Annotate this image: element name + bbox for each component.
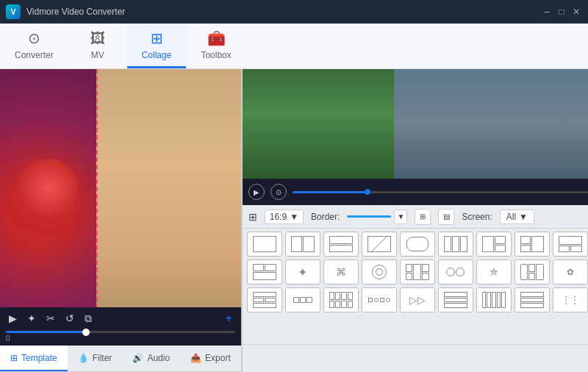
close-button[interactable]: ✕ <box>570 7 582 17</box>
right-controls: ▶ ⊙ 00:00:01.21/00:00:44.05 🔊 <box>243 179 588 205</box>
right-progress-bar[interactable] <box>293 191 588 193</box>
template-cell-r3-9[interactable]: ⋮⋮ <box>553 287 588 312</box>
template-cell-3hmix[interactable] <box>553 232 588 257</box>
tab-template-label: Template <box>21 353 57 363</box>
nav-collage[interactable]: ⊞ Collage <box>127 24 187 68</box>
ratio-icon: ⊞ <box>248 211 257 223</box>
template-cell-r3-5[interactable]: ▷▷ <box>400 287 435 312</box>
template-cell-r2-4[interactable] <box>362 260 397 285</box>
top-nav: ⊙ Converter 🖼 MV ⊞ Collage 🧰 Toolbox <box>0 24 588 69</box>
ratio-chevron: ▼ <box>290 212 298 222</box>
template-row-2: ✦ ⌘ <box>247 260 588 285</box>
template-cell-r3-6[interactable] <box>438 287 473 312</box>
scissors-button[interactable]: ✂ <box>43 311 58 326</box>
progress-fill <box>6 331 86 333</box>
face-visual <box>96 69 241 307</box>
template-cell-r2-1[interactable] <box>247 260 282 285</box>
border-line-preview <box>347 215 391 218</box>
cake-visual <box>0 69 96 307</box>
nav-toolbox[interactable]: 🧰 Toolbox <box>186 24 245 68</box>
pattern-button-2[interactable]: ▤ <box>438 209 454 225</box>
cake-circle <box>19 159 78 218</box>
template-cell-r2-7[interactable]: ⛤ <box>476 260 512 285</box>
maximize-button[interactable]: □ <box>556 7 567 17</box>
right-stop-button[interactable]: ⊙ <box>270 184 287 200</box>
template-cell-2v[interactable] <box>285 232 320 257</box>
template-cell-3mix1[interactable] <box>476 232 512 257</box>
template-cell-r2-8[interactable] <box>514 260 550 285</box>
undo-button[interactable]: ↺ <box>62 311 77 326</box>
video-clip-cake <box>0 69 96 307</box>
export-tab-icon: 📤 <box>190 353 201 363</box>
app-wrapper: V Vidmore Video Converter ─ □ ✕ ⊙ Conver… <box>0 0 588 372</box>
template-cell-r2-5[interactable] <box>400 260 435 285</box>
play-button[interactable]: ▶ <box>6 311 20 326</box>
minimize-button[interactable]: ─ <box>541 7 553 17</box>
template-cell-r3-8[interactable] <box>514 287 550 312</box>
template-grid-area: ♡♡ ✦ ⌘ <box>243 229 588 344</box>
screen-value: All <box>506 212 516 222</box>
nav-collage-label: Collage <box>142 50 172 60</box>
template-cell-r3-2[interactable] <box>285 287 320 312</box>
mv-icon: 🖼 <box>90 30 105 47</box>
screen-label: Screen: <box>462 212 492 222</box>
template-icon: ⊞ <box>10 353 18 363</box>
template-cell-3v[interactable] <box>438 232 473 257</box>
screen-dropdown[interactable]: All ▼ <box>500 210 534 224</box>
filter-icon: 💧 <box>78 353 89 363</box>
add-clip-button[interactable]: + <box>222 310 234 326</box>
audio-icon: 🔊 <box>132 353 143 363</box>
copy-button[interactable]: ⧉ <box>82 311 95 326</box>
video-controls: ▶ ✦ ✂ ↺ ⧉ + 0 <box>0 307 241 346</box>
toolbox-icon: 🧰 <box>207 29 226 47</box>
template-cell-single[interactable] <box>247 232 282 257</box>
template-cell-r3-1[interactable] <box>247 287 282 312</box>
tab-audio[interactable]: 🔊 Audio <box>122 346 180 371</box>
tab-filter-label: Filter <box>93 353 112 363</box>
star-button[interactable]: ✦ <box>24 311 39 326</box>
converter-icon: ⊙ <box>28 29 40 47</box>
template-cell-r3-3[interactable] <box>323 287 359 312</box>
nav-toolbox-label: Toolbox <box>201 50 231 60</box>
template-cell-r2-9[interactable]: ✿ <box>553 260 588 285</box>
template-cell-round[interactable] <box>400 232 435 257</box>
nav-mv[interactable]: 🖼 MV <box>68 24 127 68</box>
border-dropdown[interactable]: ▼ <box>394 210 407 224</box>
template-cell-r3-7[interactable] <box>476 287 512 312</box>
template-cell-r2-6[interactable] <box>438 260 473 285</box>
controls-row: ▶ ✦ ✂ ↺ ⧉ + <box>6 310 235 326</box>
pattern-button-1[interactable]: ⊞ <box>415 209 431 225</box>
template-cell-diag[interactable] <box>362 232 397 257</box>
template-cell-r2-3[interactable]: ⌘ <box>323 260 359 285</box>
time-labels: 0 <box>6 335 235 343</box>
content-area: ▶ ✦ ✂ ↺ ⧉ + 0 <box>0 69 588 372</box>
time-start: 0 <box>6 335 10 343</box>
nav-converter[interactable]: ⊙ Converter <box>0 24 68 68</box>
template-cell-3mix2[interactable] <box>514 232 550 257</box>
left-section: ▶ ✦ ✂ ↺ ⧉ + 0 <box>0 69 243 372</box>
right-progress-fill <box>293 191 368 193</box>
right-clip-street <box>394 69 588 179</box>
right-progress-dot <box>365 189 370 195</box>
video-preview-area <box>0 69 241 307</box>
right-play-button[interactable]: ▶ <box>248 184 265 200</box>
ratio-select[interactable]: 16:9 ▼ <box>265 210 304 224</box>
collage-icon: ⊞ <box>151 29 163 47</box>
template-controls: ⊞ 16:9 ▼ Border: ▼ ⊞ ▤ Screen: All ▼ <box>243 205 588 229</box>
tab-export[interactable]: 📤 Export <box>180 346 241 371</box>
template-cell-r3-4[interactable] <box>362 287 397 312</box>
border-label: Border: <box>311 212 340 222</box>
template-row-1: ♡♡ <box>247 232 588 257</box>
tab-export-label: Export <box>205 353 231 363</box>
progress-bar[interactable] <box>6 331 235 333</box>
template-cell-r2-2[interactable]: ✦ <box>285 260 320 285</box>
tab-filter[interactable]: 💧 Filter <box>68 346 123 371</box>
right-clip-outdoor <box>243 69 394 179</box>
progress-thumb <box>82 329 90 336</box>
window-controls: ─ □ ✕ <box>541 7 582 17</box>
template-cell-2h[interactable] <box>323 232 359 257</box>
tab-template[interactable]: ⊞ Template <box>0 346 68 371</box>
border-select: ▼ <box>347 210 407 224</box>
split-line[interactable] <box>96 69 98 307</box>
sub-tabs: ⊞ Template 💧 Filter 🔊 Audio 📤 Export <box>0 346 241 372</box>
